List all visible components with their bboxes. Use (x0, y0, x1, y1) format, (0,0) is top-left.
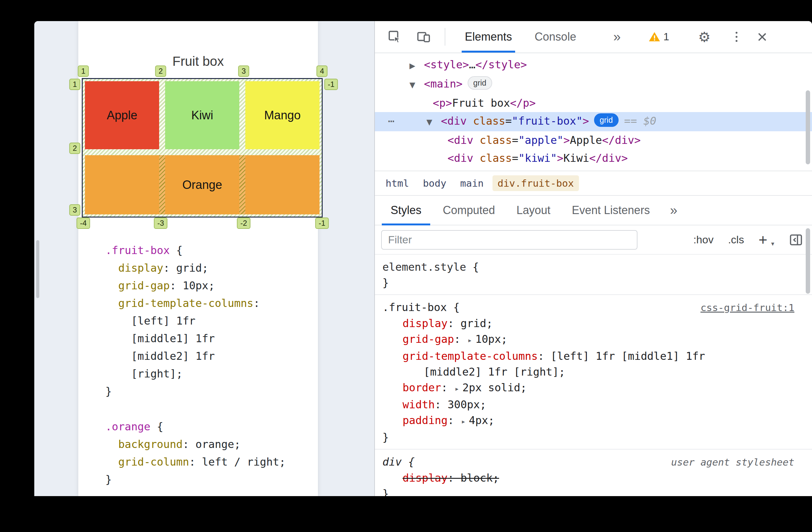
css-property[interactable]: width: 300px; (382, 397, 794, 412)
expand-arrow-icon[interactable]: ▶ (409, 57, 424, 75)
code-line: grid-gap: 10px; (105, 277, 286, 294)
settings-gear-icon[interactable]: ⚙ (698, 29, 710, 45)
tab-elements[interactable]: Elements (461, 21, 516, 53)
new-style-rule-button[interactable]: + (758, 231, 767, 248)
grid-line-number-badge: -2 (237, 218, 250, 229)
css-rule: div {user agent stylesheetdisplay: block… (375, 449, 812, 496)
tab-styles[interactable]: Styles (380, 196, 432, 225)
css-rule-selector[interactable]: .fruit-box { (382, 299, 460, 315)
dom-tree: ▶<style>…</style>▼<main>grid<p>Fruit box… (375, 53, 812, 171)
grid-line-number-badge: 4 (316, 66, 328, 77)
dom-tree-node[interactable]: ▼<main>grid (375, 75, 812, 94)
code-line: } (105, 382, 286, 400)
css-property[interactable]: display: block; (382, 470, 794, 486)
code-line: display: grid; (105, 259, 286, 277)
code-line: background: orange; (105, 435, 286, 453)
page-scrollbar[interactable] (36, 240, 39, 298)
css-property[interactable]: grid-gap: ▸10px; (382, 331, 794, 348)
device-toolbar-icon[interactable] (416, 30, 431, 44)
devtools-toolbar: ElementsConsole » 1 ⚙ × (375, 21, 812, 53)
grid-line-number-badge: 1 (69, 79, 80, 90)
expand-arrow-icon[interactable]: ▼ (426, 113, 441, 131)
css-rule-close-brace: } (382, 275, 794, 291)
css-grid-overlay: AppleKiwiMangoOrange (82, 78, 323, 218)
tab-event-listeners[interactable]: Event Listeners (561, 196, 661, 225)
breadcrumb-item[interactable]: body (418, 175, 452, 191)
devtools-panel: ElementsConsole » 1 ⚙ × ▶<style>…</style… (374, 21, 812, 496)
tab-console[interactable]: Console (531, 21, 580, 53)
more-panels-icon[interactable]: » (670, 203, 677, 218)
styles-filter-bar: :hov .cls + ▾ (375, 225, 812, 255)
code-line: [left] 1fr (105, 312, 286, 330)
warning-count: 1 (664, 31, 669, 43)
toggle-hover-state-button[interactable]: :hov (693, 234, 713, 246)
code-line: [middle2] 1fr (105, 347, 286, 365)
warning-icon (649, 31, 661, 43)
dom-tree-node[interactable]: <div class="apple">Apple</div> (375, 131, 812, 149)
css-rule-selector[interactable]: div { (382, 454, 415, 470)
more-actions-icon[interactable]: ⋯ (388, 112, 395, 130)
css-property[interactable]: display: grid; (382, 316, 794, 331)
breadcrumb-item[interactable]: div.fruit-box (492, 175, 579, 191)
code-line: } (105, 471, 286, 488)
css-property[interactable]: border: ▸2px solid; (382, 380, 794, 397)
stylesheet-link[interactable]: user agent stylesheet (671, 454, 794, 470)
grid-cell-mango: Mango (245, 81, 320, 149)
toolbar-divider (445, 28, 445, 46)
grid-cell-orange: Orange (85, 155, 320, 214)
grid-cell-kiwi: Kiwi (165, 81, 239, 149)
css-property[interactable]: grid-template-columns: [left] 1fr [middl… (382, 348, 794, 364)
grid-line-number-badge: -4 (76, 218, 90, 229)
grid-line-number-badge: -3 (154, 218, 167, 229)
grid-line-number-badge: 2 (69, 143, 80, 154)
inspect-element-icon[interactable] (388, 30, 402, 44)
new-style-rule-caret-icon[interactable]: ▾ (771, 240, 774, 248)
code-line: grid-template-columns: (105, 294, 286, 312)
dom-tree-node[interactable]: <div class="kiwi">Kiwi</div> (375, 149, 812, 167)
breadcrumb-item[interactable]: main (455, 175, 489, 191)
more-tabs-icon[interactable]: » (613, 29, 621, 44)
stylesheet-link[interactable]: css-grid-fruit:1 (700, 300, 794, 316)
dom-tree-node[interactable]: ⋯▼<div class="fruit-box">grid== $0 (375, 112, 812, 131)
grid-line-number-badge: -1 (315, 218, 329, 229)
css-rule-close-brace: } (382, 486, 794, 496)
grid-line-number-badge: 2 (155, 66, 166, 77)
grid-gap-hatch (159, 155, 165, 214)
code-line: grid-column: left / right; (105, 453, 286, 471)
code-line: [right]; (105, 365, 286, 382)
code-line: .orange { (105, 418, 286, 435)
grid-line-number-badge: 3 (69, 204, 80, 215)
code-line (105, 400, 286, 418)
close-devtools-icon[interactable]: × (757, 28, 767, 46)
css-rule-selector[interactable]: element.style { (382, 259, 479, 275)
toggle-element-classes-button[interactable]: .cls (728, 234, 744, 246)
tab-computed[interactable]: Computed (432, 196, 506, 225)
page-code-block: .fruit-box { display: grid; grid-gap: 10… (105, 241, 286, 488)
grid-cell-apple: Apple (85, 81, 159, 149)
styles-scrollbar-thumb[interactable] (806, 228, 810, 294)
grid-line-number-badge: 1 (78, 66, 89, 77)
breadcrumb: htmlbodymaindiv.fruit-box (375, 171, 812, 195)
dom-tree-node[interactable]: ▶<style>…</style> (375, 56, 812, 75)
css-rule: .fruit-box {css-grid-fruit:1display: gri… (375, 295, 812, 449)
tab-layout[interactable]: Layout (506, 196, 561, 225)
console-warning-badge[interactable]: 1 (649, 31, 669, 43)
breadcrumb-item[interactable]: html (380, 175, 414, 191)
css-property[interactable]: padding: ▸4px; (382, 412, 794, 429)
code-line: .fruit-box { (105, 241, 286, 259)
toggle-sidebar-icon[interactable] (789, 233, 803, 247)
page-title: Fruit box (78, 54, 318, 69)
fruit-box-grid: AppleKiwiMangoOrange (82, 78, 323, 218)
styles-filter-input[interactable] (381, 230, 637, 250)
grid-line-number-badge: -1 (324, 79, 338, 90)
expand-arrow-icon[interactable]: ▼ (409, 76, 424, 94)
css-property[interactable]: [middle2] 1fr [right]; (382, 364, 794, 380)
page-viewport: Fruit box AppleKiwiMangoOrange .fruit-bo… (34, 21, 374, 496)
code-line: [middle1] 1fr (105, 330, 286, 347)
devtools-menu-icon[interactable] (736, 32, 738, 42)
dom-scrollbar-thumb[interactable] (806, 90, 810, 164)
screenshot-frame: Fruit box AppleKiwiMangoOrange .fruit-bo… (0, 0, 812, 532)
dom-tree-node[interactable]: <div class="mango">Mango</div> (375, 167, 812, 171)
styles-pane-tabs: StylesComputedLayoutEvent Listeners » (375, 195, 812, 225)
dom-tree-node[interactable]: <p>Fruit box</p> (375, 94, 812, 112)
